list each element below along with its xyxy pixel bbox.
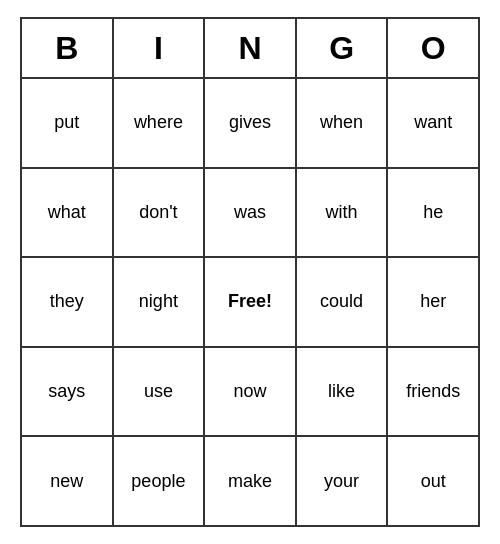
bingo-cell-0-0: put <box>22 79 114 167</box>
header-letter-o: O <box>388 19 478 79</box>
bingo-cell-4-2: make <box>205 437 297 525</box>
bingo-cell-4-4: out <box>388 437 478 525</box>
bingo-body: putwheregiveswhenwantwhatdon'twaswithhet… <box>22 79 478 525</box>
bingo-cell-4-1: people <box>114 437 206 525</box>
bingo-cell-3-1: use <box>114 348 206 436</box>
header-letter-i: I <box>114 19 206 79</box>
bingo-cell-3-2: now <box>205 348 297 436</box>
bingo-cell-0-3: when <box>297 79 389 167</box>
bingo-header: BINGO <box>22 19 478 79</box>
bingo-cell-4-3: your <box>297 437 389 525</box>
bingo-cell-1-1: don't <box>114 169 206 257</box>
bingo-cell-0-1: where <box>114 79 206 167</box>
bingo-row-4: newpeoplemakeyourout <box>22 437 478 525</box>
bingo-row-0: putwheregiveswhenwant <box>22 79 478 169</box>
bingo-cell-1-3: with <box>297 169 389 257</box>
bingo-cell-1-2: was <box>205 169 297 257</box>
bingo-cell-4-0: new <box>22 437 114 525</box>
bingo-row-2: theynightFree!couldher <box>22 258 478 348</box>
bingo-cell-3-4: friends <box>388 348 478 436</box>
bingo-cell-2-0: they <box>22 258 114 346</box>
header-letter-g: G <box>297 19 389 79</box>
bingo-cell-2-4: her <box>388 258 478 346</box>
header-letter-n: N <box>205 19 297 79</box>
bingo-cell-1-4: he <box>388 169 478 257</box>
bingo-cell-2-1: night <box>114 258 206 346</box>
header-letter-b: B <box>22 19 114 79</box>
bingo-row-1: whatdon'twaswithhe <box>22 169 478 259</box>
bingo-card: BINGO putwheregiveswhenwantwhatdon'twasw… <box>20 17 480 527</box>
bingo-cell-3-3: like <box>297 348 389 436</box>
bingo-cell-0-4: want <box>388 79 478 167</box>
bingo-cell-2-3: could <box>297 258 389 346</box>
bingo-cell-3-0: says <box>22 348 114 436</box>
bingo-row-3: saysusenowlikefriends <box>22 348 478 438</box>
bingo-cell-0-2: gives <box>205 79 297 167</box>
bingo-cell-2-2: Free! <box>205 258 297 346</box>
bingo-cell-1-0: what <box>22 169 114 257</box>
